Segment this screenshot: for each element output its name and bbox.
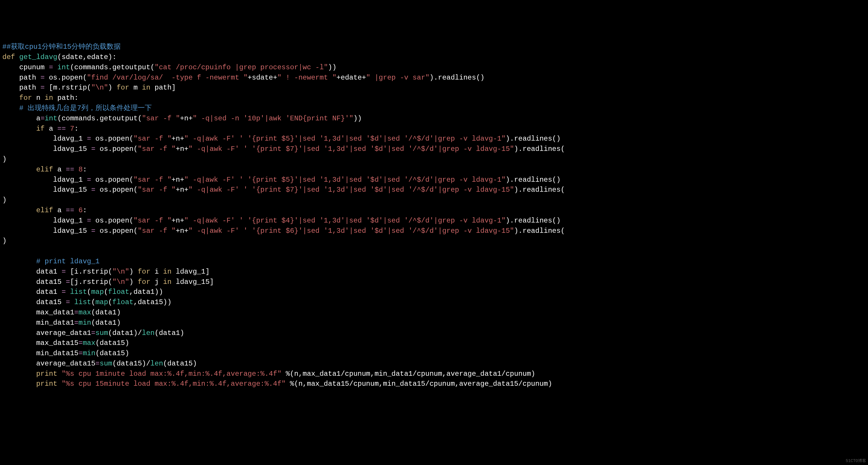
- code-line[interactable]: # 出现特殊几台是7列，所以条件处理一下: [2, 103, 866, 114]
- code-token: ldavg_1]: [172, 268, 210, 276]
- code-token: min_data1: [2, 319, 74, 327]
- code-line[interactable]: data15 = list(map(float,data15)): [2, 298, 866, 308]
- code-token: =: [49, 63, 53, 71]
- code-token: ).readlines(): [506, 217, 561, 224]
- code-token: +n+: [176, 227, 188, 235]
- code-line[interactable]: a=int(commands.getoutput("sar -f "+n+" -…: [2, 114, 866, 124]
- code-line[interactable]: ): [2, 195, 866, 206]
- code-token: " -q|awk -F' ' '{print $7}'|sed '1,3d'|s…: [188, 186, 514, 194]
- code-token: map: [91, 288, 104, 296]
- code-line[interactable]: ldavg_1 = os.popen("sar -f "+n+" -q|awk …: [2, 216, 866, 226]
- code-line[interactable]: path = [m.rstrip("\n") for m in path]: [2, 83, 866, 93]
- code-line[interactable]: max_data15=max(data15): [2, 338, 866, 348]
- code-token: "sar -f ": [133, 176, 172, 184]
- code-token: max: [83, 339, 95, 347]
- code-token: int: [44, 115, 57, 122]
- code-line[interactable]: ldavg_1 = os.popen("sar -f "+n+" -q|awk …: [2, 175, 866, 185]
- code-token: max_data15: [2, 339, 79, 347]
- code-line[interactable]: ): [2, 154, 866, 165]
- code-token: ==: [66, 206, 74, 214]
- code-token: (data15)/: [112, 360, 150, 368]
- code-line[interactable]: path = os.popen("find /var/log/sa/ -type…: [2, 73, 866, 83]
- code-token: (data15): [163, 360, 197, 368]
- code-token: os.popen(: [91, 135, 133, 143]
- code-line[interactable]: ##获取cpu1分钟和15分钟的负载数据: [2, 42, 866, 52]
- code-token: "%s cpu 15minute load max:%.4f,min:%.4f,…: [62, 380, 286, 388]
- code-line[interactable]: if a == 7:: [2, 124, 866, 134]
- code-token: average_data15: [2, 360, 95, 368]
- code-token: =: [74, 309, 79, 316]
- code-token: "sar -f ": [133, 135, 172, 143]
- code-token: ).readlines(): [430, 74, 485, 82]
- code-token: [57, 380, 61, 388]
- code-token: =: [79, 349, 83, 357]
- code-token: i: [150, 268, 163, 276]
- code-token: "%s cpu 1minute load max:%.4f,min:%.4f,a…: [62, 370, 282, 378]
- code-line[interactable]: data1 = [i.rstrip("\n") for i in ldavg_1…: [2, 267, 866, 277]
- code-token: [2, 206, 36, 214]
- code-token: map: [95, 298, 108, 306]
- code-token: ldavg_1: [2, 135, 87, 143]
- code-line[interactable]: cpunum = int(commands.getoutput("cat /pr…: [2, 63, 866, 73]
- code-token: =: [91, 329, 95, 337]
- code-token: (data1): [155, 329, 184, 337]
- code-token: "\n": [91, 84, 108, 92]
- code-line[interactable]: print "%s cpu 1minute load max:%.4f,min:…: [2, 369, 866, 379]
- code-token: ldavg_15: [2, 145, 91, 153]
- code-line[interactable]: ldavg_15 = os.popen("sar -f "+n+" -q|awk…: [2, 226, 866, 236]
- code-line[interactable]: elif a == 8:: [2, 165, 866, 175]
- code-token: %(n,max_data1/cpunum,min_data1/cpunum,av…: [282, 370, 535, 378]
- code-line[interactable]: min_data1=min(data1): [2, 318, 866, 328]
- code-token: elif: [36, 165, 53, 174]
- code-line[interactable]: # print ldavg_1: [2, 256, 866, 267]
- code-line[interactable]: average_data1=sum(data1)/len(data1): [2, 328, 866, 339]
- code-token: (data15): [95, 339, 129, 347]
- code-token: sum: [99, 360, 112, 368]
- code-token: cpunum: [2, 63, 49, 71]
- code-token: max_data1: [2, 309, 74, 316]
- code-line[interactable]: min_data15=min(data15): [2, 348, 866, 359]
- code-token: for: [138, 278, 150, 286]
- code-token: (: [87, 288, 91, 296]
- code-line[interactable]: def get_ldavg(sdate,edate):: [2, 52, 866, 63]
- code-line[interactable]: ): [2, 236, 866, 246]
- code-token: in: [163, 268, 172, 276]
- code-token: ldavg_15]: [172, 278, 214, 286]
- code-token: average_data1: [2, 329, 91, 337]
- code-token: (commands.getoutput(: [70, 63, 154, 71]
- code-line[interactable]: elif a == 6:: [2, 206, 866, 216]
- code-token: path: [2, 74, 40, 82]
- code-token: =: [62, 288, 66, 296]
- code-line[interactable]: max_data1=max(data1): [2, 308, 866, 318]
- code-token: =: [95, 360, 99, 368]
- code-token: (: [108, 298, 112, 306]
- code-token: list: [74, 298, 91, 306]
- code-line[interactable]: average_data15=sum(data15)/len(data15): [2, 359, 866, 369]
- code-line[interactable]: ldavg_15 = os.popen("sar -f "+n+" -q|awk…: [2, 185, 866, 195]
- code-token: +edate+: [337, 74, 366, 82]
- code-editor[interactable]: ##获取cpu1分钟和15分钟的负载数据def get_ldavg(sdate,…: [2, 42, 866, 389]
- code-line[interactable]: for n in path:: [2, 93, 866, 103]
- code-line[interactable]: ldavg_1 = os.popen("sar -f "+n+" -q|awk …: [2, 134, 866, 144]
- code-token: n: [32, 94, 44, 102]
- code-token: a: [53, 165, 66, 174]
- code-token: [66, 288, 70, 296]
- code-token: path:: [53, 94, 79, 102]
- code-token: [2, 370, 36, 378]
- code-token: " ! -newermt ": [277, 74, 337, 82]
- code-line[interactable]: print "%s cpu 15minute load max:%.4f,min…: [2, 379, 866, 389]
- code-line[interactable]: data1 = list(map(float,data1)): [2, 287, 866, 298]
- code-line[interactable]: ldavg_15 = os.popen("sar -f "+n+" -q|awk…: [2, 144, 866, 154]
- code-token: in: [142, 84, 150, 92]
- code-token: +n+: [172, 135, 184, 143]
- code-line[interactable]: [2, 246, 866, 256]
- code-token: if: [36, 125, 44, 133]
- code-token: ).readlines(: [514, 145, 565, 153]
- code-token: =: [40, 84, 44, 92]
- code-token: data1: [2, 288, 62, 296]
- code-line[interactable]: data15 =[j.rstrip("\n") for j in ldavg_1…: [2, 277, 866, 287]
- code-token: +n+: [180, 115, 193, 122]
- code-token: data1: [2, 268, 62, 276]
- code-token: =: [91, 227, 95, 235]
- code-token: [2, 125, 36, 133]
